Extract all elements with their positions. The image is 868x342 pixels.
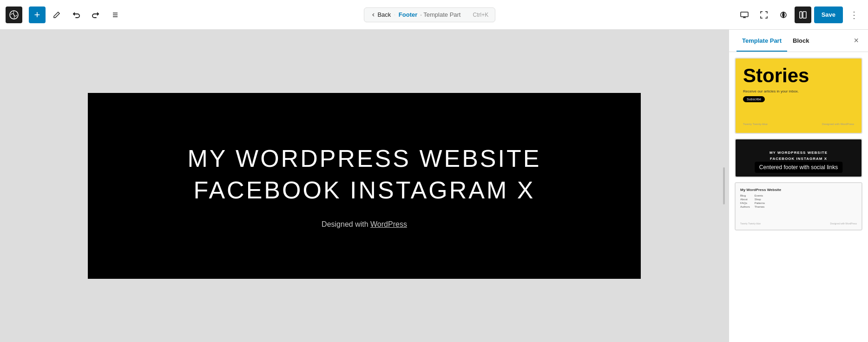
stories-footer-text: Twenty Twenty-blue bbox=[743, 123, 768, 125]
fullscreen-button[interactable] bbox=[756, 7, 772, 23]
multicolumn-footer-bottom: Twenty Twenty-blue Designed with WordPre… bbox=[740, 222, 857, 225]
template-preview-multicolumn[interactable]: My WordPress Website Blog About FAQs Aut… bbox=[735, 182, 862, 230]
add-block-button[interactable]: + bbox=[29, 7, 46, 23]
centered-footer-line2: FACEBOOK INSTAGRAM X bbox=[770, 157, 827, 161]
multicolumn-links: Blog About FAQs Authors Events Shop Patt… bbox=[740, 194, 857, 208]
desktop-view-button[interactable] bbox=[736, 7, 753, 23]
footer-link-events: Events bbox=[755, 194, 765, 197]
footer-link-blog: Blog bbox=[740, 194, 750, 197]
wordpress-link[interactable]: WordPress bbox=[370, 220, 407, 228]
sidebar-panel: Template Part Block × Stories Receive ou… bbox=[729, 30, 868, 342]
footer-link-themes: Themes bbox=[755, 205, 765, 208]
back-label: Back bbox=[377, 11, 391, 18]
stories-subtitle: Receive our articles in your inbox. bbox=[743, 89, 854, 93]
footer-block[interactable]: MY WORDPRESS WEBSITE FACEBOOK INSTAGRAM … bbox=[88, 93, 641, 279]
multicolumn-designed-with: Designed with WordPress bbox=[830, 222, 857, 225]
main-area: MY WORDPRESS WEBSITE FACEBOOK INSTAGRAM … bbox=[0, 30, 868, 342]
footer-site-title: MY WORDPRESS WEBSITE FACEBOOK INSTAGRAM … bbox=[188, 143, 541, 206]
multicolumn-site-name: My WordPress Website bbox=[740, 188, 857, 192]
template-preview-centered-footer[interactable]: MY WORDPRESS WEBSITE FACEBOOK INSTAGRAM … bbox=[735, 138, 862, 178]
stories-title: Stories bbox=[743, 66, 854, 86]
breadcrumb-sub: · Template Part bbox=[420, 11, 460, 18]
svg-rect-4 bbox=[741, 12, 748, 17]
toolbar: + Back · bbox=[0, 0, 868, 30]
footer-col-2: Events Shop Patterns Themes bbox=[755, 194, 765, 208]
svg-rect-9 bbox=[803, 12, 806, 18]
footer-link-faqs: FAQs bbox=[740, 202, 750, 204]
svg-rect-8 bbox=[800, 12, 802, 18]
stories-preview: Stories Receive our articles in your inb… bbox=[736, 59, 861, 133]
footer-line-1: MY WORDPRESS WEBSITE bbox=[188, 143, 541, 175]
scroll-indicator bbox=[723, 167, 725, 204]
stories-designed-with: Designed with WordPress bbox=[822, 123, 854, 125]
toolbar-right: Save ⋮ bbox=[736, 7, 862, 23]
keyboard-shortcut: Ctrl+K bbox=[473, 12, 488, 18]
save-button[interactable]: Save bbox=[814, 7, 843, 23]
list-view-button[interactable] bbox=[107, 7, 124, 23]
sidebar-close-button[interactable]: × bbox=[852, 34, 861, 47]
toolbar-center: Back · Footer · Template Part Ctrl+K bbox=[126, 7, 733, 22]
sidebar-header: Template Part Block × bbox=[729, 30, 868, 52]
centered-footer-line1: MY WORDPRESS WEBSITE bbox=[769, 151, 828, 155]
settings-panel-button[interactable] bbox=[795, 7, 811, 23]
designed-prefix: Designed with bbox=[322, 220, 370, 228]
footer-designed-text: Designed with WordPress bbox=[322, 220, 407, 229]
footer-link-authors: Authors bbox=[740, 205, 750, 208]
footer-col-1: Blog About FAQs Authors bbox=[740, 194, 750, 208]
subscribe-button-preview: Subscribe bbox=[743, 96, 765, 102]
sidebar-content: Stories Receive our articles in your inb… bbox=[729, 52, 868, 236]
multicolumn-footer-preview: My WordPress Website Blog About FAQs Aut… bbox=[736, 183, 861, 230]
more-options-button[interactable]: ⋮ bbox=[846, 7, 862, 23]
footer-link-about: About bbox=[740, 198, 750, 201]
template-preview-stories[interactable]: Stories Receive our articles in your inb… bbox=[735, 58, 862, 134]
centered-footer-designed: Designed with WordPress bbox=[783, 163, 815, 165]
footer-link-shop: Shop bbox=[755, 198, 765, 201]
edit-tool-button[interactable] bbox=[48, 7, 65, 23]
tab-block[interactable]: Block bbox=[787, 30, 815, 52]
breadcrumb-title: Footer bbox=[399, 11, 417, 18]
centered-footer-preview: MY WORDPRESS WEBSITE FACEBOOK INSTAGRAM … bbox=[736, 139, 861, 177]
canvas-area[interactable]: MY WORDPRESS WEBSITE FACEBOOK INSTAGRAM … bbox=[0, 30, 729, 342]
multicolumn-footer-text: Twenty Twenty-blue bbox=[740, 222, 761, 225]
back-link[interactable]: Back bbox=[371, 11, 391, 18]
breadcrumb-nav[interactable]: Back · Footer · Template Part Ctrl+K bbox=[364, 7, 495, 22]
wordpress-logo bbox=[6, 7, 22, 23]
style-toggle-button[interactable] bbox=[775, 7, 792, 23]
footer-link-patterns: Patterns bbox=[755, 202, 765, 204]
footer-line-2: FACEBOOK INSTAGRAM X bbox=[188, 175, 541, 206]
tab-template-part[interactable]: Template Part bbox=[736, 30, 787, 52]
redo-button[interactable] bbox=[87, 7, 104, 23]
undo-button[interactable] bbox=[68, 7, 85, 23]
